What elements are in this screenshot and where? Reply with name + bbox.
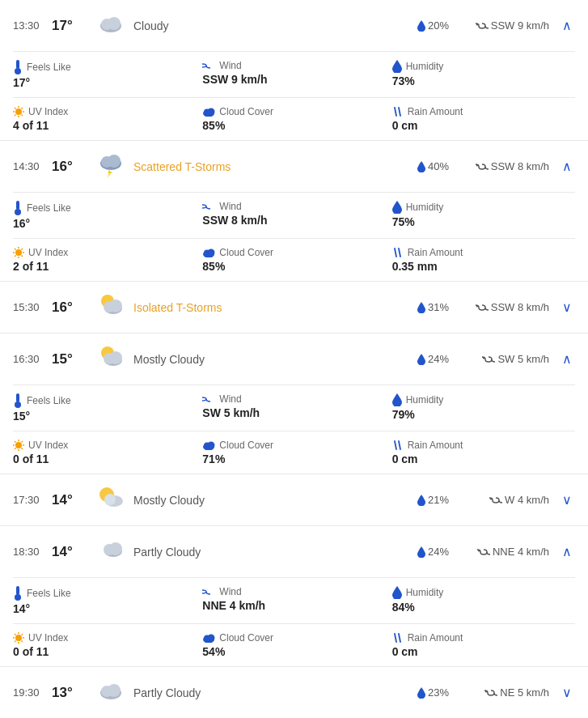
feels-like-cell-5: Feels Like 14° — [13, 586, 196, 615]
hour-summary-3[interactable]: 16:30 15° Mostly Cloudy 24% SW 5 km/h ∧ — [0, 334, 588, 384]
hour-summary-2[interactable]: 15:30 16° Isolated T-Storms 31% SSW 8 km… — [0, 282, 588, 333]
wind-icon — [476, 22, 489, 30]
hour-condition-2: Isolated T-Storms — [133, 301, 411, 314]
hour-expand-icon-6[interactable]: ∨ — [559, 685, 575, 700]
rain-cell-5: Rain Amount 0 cm — [386, 632, 575, 658]
hour-expand-icon-5[interactable]: ∧ — [559, 544, 575, 559]
svg-rect-69 — [16, 586, 19, 595]
hour-block-4: 17:30 14° Mostly Cloudy 21% W 4 km/h ∨ — [0, 474, 588, 526]
svg-line-17 — [395, 108, 396, 116]
detail-row1-0: Feels Like 17° Wind SSW 9 km/h Humidity … — [13, 51, 575, 97]
svg-line-56 — [22, 441, 23, 443]
feels-like-cell-1: Feels Like 16° — [13, 201, 196, 230]
humidity-icon — [392, 201, 402, 214]
cloud-label-3: Cloud Cover — [202, 440, 379, 451]
hour-summary-0[interactable]: 13:30 17° Cloudy 20% SSW 9 km/h ∧ — [0, 0, 588, 51]
uv-icon — [13, 440, 24, 451]
wind-detail-icon — [202, 588, 215, 596]
svg-rect-23 — [16, 201, 19, 210]
thermometer-icon — [13, 60, 23, 74]
hour-time-3: 16:30 — [13, 353, 45, 365]
rain-cell-3: Rain Amount 0 cm — [386, 440, 575, 465]
uv-label-5: UV Index — [13, 632, 189, 644]
hour-summary-1[interactable]: 14:30 16° Scattered T-Storms 40% SSW 8 k… — [0, 141, 588, 192]
humidity-cell-0: Humidity 73% — [386, 60, 575, 89]
hour-weather-icon-2 — [95, 290, 127, 325]
svg-line-77 — [22, 641, 23, 643]
hour-wind-6: NE 5 km/h — [468, 686, 549, 699]
hour-time-4: 17:30 — [13, 494, 45, 506]
humidity-value-1: 75% — [392, 215, 569, 228]
wind-cell-3: Wind SW 5 km/h — [196, 393, 385, 423]
rain-icon — [392, 106, 404, 117]
feels-like-label-1: Feels Like — [13, 201, 189, 215]
feels-like-label-3: Feels Like — [13, 393, 189, 408]
hour-precip-1: 40% — [417, 160, 462, 172]
hour-expand-icon-2[interactable]: ∨ — [559, 300, 575, 315]
hour-precip-6: 23% — [417, 686, 462, 699]
cloud-value-3: 71% — [202, 452, 379, 465]
hour-temp-1: 16° — [52, 159, 88, 175]
uv-value-3: 0 of 11 — [13, 452, 189, 465]
uv-icon — [13, 632, 24, 644]
hour-summary-4[interactable]: 17:30 14° Mostly Cloudy 21% W 4 km/h ∨ — [0, 474, 588, 525]
svg-point-21 — [108, 155, 121, 168]
wind-icon — [476, 163, 489, 171]
hour-wind-0: SSW 9 km/h — [468, 19, 549, 32]
humidity-value-0: 73% — [392, 74, 569, 87]
svg-line-13 — [15, 115, 16, 117]
cloud-cell-1: Cloud Cover 85% — [196, 247, 385, 273]
uv-label-3: UV Index — [13, 440, 189, 451]
drop-icon — [417, 354, 425, 365]
detail-panel-1: Feels Like 16° Wind SSW 8 km/h Humidity … — [0, 192, 588, 281]
hour-block-5: 18:30 14° Partly Cloudy 24% NNE 4 km/h ∧… — [0, 526, 588, 667]
svg-point-24 — [15, 209, 21, 215]
feels-like-value-5: 14° — [13, 602, 189, 615]
svg-line-76 — [15, 634, 16, 635]
hour-condition-5: Partly Cloudy — [133, 546, 411, 559]
svg-line-62 — [399, 441, 400, 449]
hour-weather-icon-6 — [95, 675, 127, 710]
svg-point-5 — [15, 108, 22, 115]
hour-temp-2: 16° — [52, 300, 88, 316]
cloud-label-0: Cloud Cover — [202, 106, 379, 117]
humidity-cell-3: Humidity 79% — [386, 393, 575, 423]
hour-wind-3: SW 5 km/h — [468, 353, 549, 365]
cloud-cell-0: Cloud Cover 85% — [196, 106, 385, 132]
hour-expand-icon-3[interactable]: ∧ — [559, 351, 575, 367]
svg-point-16 — [208, 108, 215, 115]
svg-point-42 — [109, 300, 122, 312]
uv-value-5: 0 of 11 — [13, 645, 189, 658]
svg-line-30 — [15, 249, 16, 250]
detail-panel-0: Feels Like 17° Wind SSW 9 km/h Humidity … — [0, 51, 588, 140]
hour-expand-icon-4[interactable]: ∨ — [559, 492, 575, 508]
hour-time-0: 13:30 — [13, 19, 45, 32]
wind-label-1: Wind — [202, 201, 379, 212]
detail-row2-0: UV Index 4 of 11 Cloud Cover 85% Rain Am… — [13, 97, 575, 140]
wind-cell-1: Wind SSW 8 km/h — [196, 201, 385, 230]
hour-wind-4: W 4 km/h — [468, 494, 549, 506]
hour-summary-6[interactable]: 19:30 13° Partly Cloudy 23% NE 5 km/h ∨ — [0, 667, 588, 718]
drop-icon — [417, 302, 425, 313]
hour-expand-icon-1[interactable]: ∧ — [559, 159, 575, 174]
humidity-value-5: 84% — [392, 601, 569, 614]
cloud-icon — [202, 108, 215, 117]
svg-point-71 — [15, 635, 22, 641]
cloud-icon — [202, 441, 215, 450]
hour-expand-icon-0[interactable]: ∧ — [559, 18, 575, 33]
svg-point-46 — [109, 351, 122, 364]
hour-block-2: 15:30 16° Isolated T-Storms 31% SSW 8 km… — [0, 282, 588, 334]
detail-row1-5: Feels Like 14° Wind NNE 4 km/h Humidity … — [13, 577, 575, 623]
detail-row2-5: UV Index 0 of 11 Cloud Cover 54% Rain Am… — [13, 623, 575, 666]
hour-weather-icon-5 — [95, 534, 127, 569]
wind-detail-icon — [202, 395, 215, 403]
drop-icon — [417, 546, 425, 558]
wind-value-0: SSW 9 km/h — [202, 73, 379, 86]
drop-icon — [417, 495, 425, 506]
hour-block-0: 13:30 17° Cloudy 20% SSW 9 km/h ∧ Feels … — [0, 0, 588, 141]
thermometer-icon — [13, 393, 23, 408]
hour-summary-5[interactable]: 18:30 14° Partly Cloudy 24% NNE 4 km/h ∧ — [0, 526, 588, 577]
svg-rect-3 — [16, 60, 19, 69]
hour-precip-5: 24% — [417, 546, 462, 558]
hour-weather-icon-1 — [95, 149, 127, 184]
